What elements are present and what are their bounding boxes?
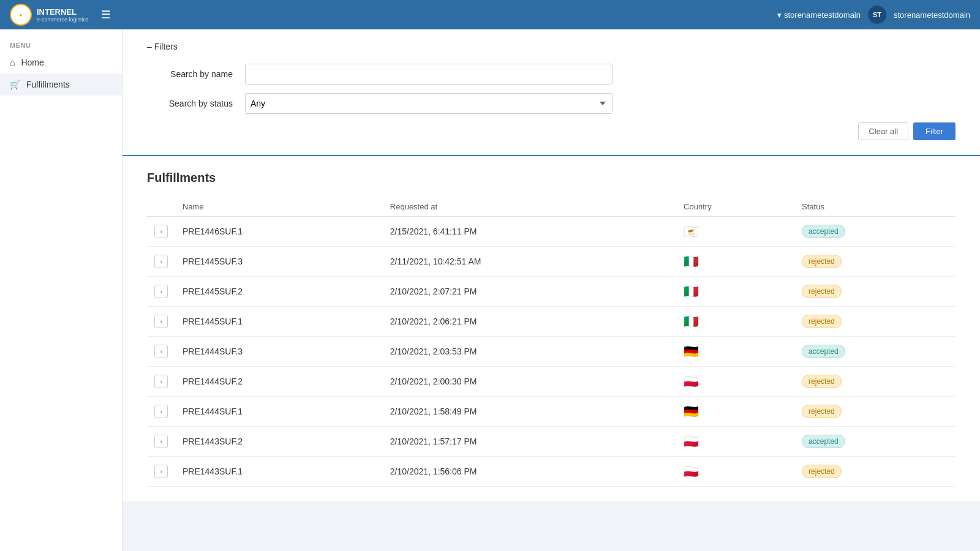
filter-actions: Clear all Filter xyxy=(147,122,956,140)
table-row[interactable]: › PRE1444SUF.1 2/10/2021, 1:58:49 PM 🇩🇪 … xyxy=(147,397,956,427)
sidebar: MENU ⌂ Home 🛒 Fulfillments xyxy=(0,29,123,551)
row-expand-cell: › xyxy=(147,427,175,457)
table-row[interactable]: › PRE1446SUF.1 2/15/2021, 6:41:11 PM 🇨🇾 … xyxy=(147,217,956,247)
store-domain-dropdown[interactable]: ▾ storenametestdomain xyxy=(777,10,861,20)
expand-button[interactable]: › xyxy=(154,465,168,478)
row-country: 🇮🇹 xyxy=(676,277,794,307)
row-country: 🇨🇾 xyxy=(676,217,794,247)
filters-toggle-label: – Filters xyxy=(147,42,178,51)
row-country: 🇵🇱 xyxy=(676,367,794,397)
sidebar-item-fulfillments[interactable]: 🛒 Fulfillments xyxy=(0,73,122,96)
user-avatar[interactable]: ST xyxy=(868,6,886,24)
row-status: rejected xyxy=(794,307,956,337)
country-flag: 🇮🇹 xyxy=(684,255,699,268)
row-status: accepted xyxy=(794,427,956,457)
expand-button[interactable]: › xyxy=(154,435,168,448)
table-row[interactable]: › PRE1443SUF.1 2/10/2021, 1:56:06 PM 🇵🇱 … xyxy=(147,457,956,487)
table-row[interactable]: › PRE1445SUF.1 2/10/2021, 2:06:21 PM 🇮🇹 … xyxy=(147,307,956,337)
country-flag: 🇮🇹 xyxy=(684,285,699,298)
expand-button[interactable]: › xyxy=(154,405,168,418)
search-by-name-input[interactable] xyxy=(245,64,612,84)
row-requested-at: 2/10/2021, 1:57:17 PM xyxy=(383,427,676,457)
chevron-down-icon: ▾ xyxy=(777,10,782,20)
status-badge: accepted xyxy=(802,435,845,448)
home-icon: ⌂ xyxy=(10,58,15,67)
country-flag: 🇩🇪 xyxy=(684,345,699,358)
row-status: rejected xyxy=(794,397,956,427)
status-badge: rejected xyxy=(802,285,842,298)
logo-subtitle: e-commerce logistics xyxy=(37,17,89,23)
country-flag: 🇮🇹 xyxy=(684,315,699,328)
table-row[interactable]: › PRE1443SUF.2 2/10/2021, 1:57:17 PM 🇵🇱 … xyxy=(147,427,956,457)
row-expand-cell: › xyxy=(147,217,175,247)
main-content: – Filters Search by name Search by statu… xyxy=(123,29,980,551)
expand-button[interactable]: › xyxy=(154,225,168,238)
clear-all-button[interactable]: Clear all xyxy=(858,122,908,140)
row-country: 🇮🇹 xyxy=(676,307,794,337)
country-flag: 🇵🇱 xyxy=(684,435,699,448)
sidebar-item-fulfillments-label: Fulfillments xyxy=(26,80,70,89)
row-name: PRE1446SUF.1 xyxy=(175,217,383,247)
col-country-header: Country xyxy=(676,197,794,217)
expand-button[interactable]: › xyxy=(154,345,168,358)
row-name: PRE1443SUF.1 xyxy=(175,457,383,487)
row-status: accepted xyxy=(794,337,956,367)
row-name: PRE1445SUF.3 xyxy=(175,247,383,277)
logo-icon: ● xyxy=(10,4,32,26)
row-country: 🇵🇱 xyxy=(676,427,794,457)
sidebar-item-home-label: Home xyxy=(21,58,43,67)
row-name: PRE1445SUF.1 xyxy=(175,307,383,337)
expand-button[interactable]: › xyxy=(154,285,168,298)
user-name-text: storenametestdomain xyxy=(894,10,970,20)
row-requested-at: 2/10/2021, 1:56:06 PM xyxy=(383,457,676,487)
table-row[interactable]: › PRE1444SUF.2 2/10/2021, 2:00:30 PM 🇵🇱 … xyxy=(147,367,956,397)
row-requested-at: 2/10/2021, 2:07:21 PM xyxy=(383,277,676,307)
table-row[interactable]: › PRE1445SUF.3 2/11/2021, 10:42:51 AM 🇮🇹… xyxy=(147,247,956,277)
table-header: Name Requested at Country Status xyxy=(147,197,956,217)
col-requested-header: Requested at xyxy=(383,197,676,217)
row-name: PRE1445SUF.2 xyxy=(175,277,383,307)
section-title: Fulfillments xyxy=(147,171,956,185)
status-badge: rejected xyxy=(802,315,842,328)
main-layout: MENU ⌂ Home 🛒 Fulfillments – Filters Sea… xyxy=(0,29,980,551)
country-flag: 🇩🇪 xyxy=(684,405,699,418)
col-name-header: Name xyxy=(175,197,383,217)
row-requested-at: 2/11/2021, 10:42:51 AM xyxy=(383,247,676,277)
status-badge: rejected xyxy=(802,405,842,418)
row-requested-at: 2/15/2021, 6:41:11 PM xyxy=(383,217,676,247)
row-requested-at: 2/10/2021, 2:00:30 PM xyxy=(383,367,676,397)
country-flag: 🇵🇱 xyxy=(684,375,699,388)
row-expand-cell: › xyxy=(147,337,175,367)
filters-toggle[interactable]: – Filters xyxy=(147,42,956,51)
status-badge: rejected xyxy=(802,465,842,478)
row-requested-at: 2/10/2021, 2:03:53 PM xyxy=(383,337,676,367)
filter-button[interactable]: Filter xyxy=(913,122,956,140)
expand-button[interactable]: › xyxy=(154,375,168,388)
row-expand-cell: › xyxy=(147,277,175,307)
row-country: 🇩🇪 xyxy=(676,337,794,367)
sidebar-item-home[interactable]: ⌂ Home xyxy=(0,51,122,73)
col-expand xyxy=(147,197,175,217)
row-status: accepted xyxy=(794,217,956,247)
fulfillments-table-body: › PRE1446SUF.1 2/15/2021, 6:41:11 PM 🇨🇾 … xyxy=(147,217,956,487)
hamburger-menu[interactable]: ☰ xyxy=(101,8,111,21)
store-domain-text: storenametestdomain xyxy=(784,10,861,20)
logo-text-block: INTERNEL e-commerce logistics xyxy=(37,7,89,23)
status-badge: rejected xyxy=(802,255,842,268)
row-country: 🇩🇪 xyxy=(676,397,794,427)
table-row[interactable]: › PRE1444SUF.3 2/10/2021, 2:03:53 PM 🇩🇪 … xyxy=(147,337,956,367)
status-badge: rejected xyxy=(802,375,842,388)
row-status: rejected xyxy=(794,457,956,487)
row-name: PRE1444SUF.2 xyxy=(175,367,383,397)
search-by-status-select[interactable]: Any accepted rejected xyxy=(245,93,612,114)
table-row[interactable]: › PRE1445SUF.2 2/10/2021, 2:07:21 PM 🇮🇹 … xyxy=(147,277,956,307)
row-status: rejected xyxy=(794,277,956,307)
search-by-status-label: Search by status xyxy=(147,99,245,108)
nav-right: ▾ storenametestdomain ST storenametestdo… xyxy=(777,6,970,24)
expand-button[interactable]: › xyxy=(154,255,168,268)
nav-left: ● INTERNEL e-commerce logistics ☰ xyxy=(10,4,111,26)
expand-button[interactable]: › xyxy=(154,315,168,328)
col-status-header: Status xyxy=(794,197,956,217)
row-expand-cell: › xyxy=(147,307,175,337)
row-country: 🇵🇱 xyxy=(676,457,794,487)
